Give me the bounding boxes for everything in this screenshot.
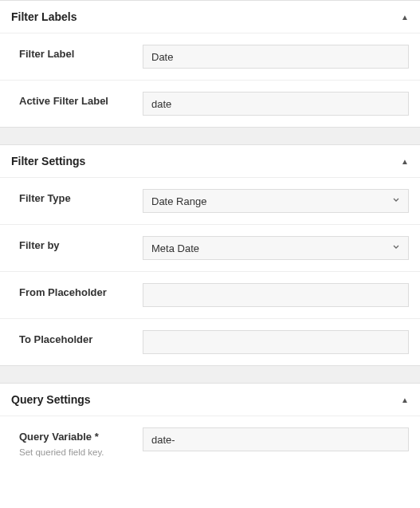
field-help-text: Set queried field key.: [19, 447, 143, 457]
filter-by-select[interactable]: Meta Date: [143, 236, 409, 260]
active-filter-label-input[interactable]: [143, 92, 409, 116]
field-row-active-filter-label: Active Filter Label: [0, 80, 420, 127]
field-label: Active Filter Label: [19, 95, 143, 107]
field-control-col: [143, 45, 409, 69]
field-row-from-placeholder: From Placeholder: [0, 271, 420, 318]
field-control-col: [143, 330, 409, 354]
select-wrap: Date Range: [143, 189, 409, 213]
from-placeholder-input[interactable]: [143, 283, 409, 307]
caret-up-icon: ▲: [401, 157, 409, 166]
field-control-col: Meta Date: [143, 236, 409, 260]
section-title: Query Settings: [11, 393, 91, 406]
select-wrap: Meta Date: [143, 236, 409, 260]
field-label: From Placeholder: [19, 286, 143, 298]
field-label: Filter Label: [19, 48, 143, 60]
field-label-col: To Placeholder: [19, 330, 143, 345]
section-filter-settings: Filter Settings ▲ Filter Type Date Range: [0, 144, 420, 365]
field-control-col: [143, 283, 409, 307]
field-label-col: Filter Type: [19, 189, 143, 204]
section-body-query-settings: Query Variable * Set queried field key.: [0, 415, 420, 468]
field-label-col: Filter by: [19, 236, 143, 251]
field-label-col: From Placeholder: [19, 283, 143, 298]
field-row-filter-by: Filter by Meta Date: [0, 224, 420, 271]
query-variable-input[interactable]: [143, 427, 409, 451]
field-label-col: Filter Label: [19, 45, 143, 60]
field-row-to-placeholder: To Placeholder: [0, 318, 420, 365]
filter-type-select[interactable]: Date Range: [143, 189, 409, 213]
field-label: Query Variable *: [19, 431, 143, 443]
field-label-col: Active Filter Label: [19, 92, 143, 107]
field-row-filter-type: Filter Type Date Range: [0, 177, 420, 224]
field-label: Filter by: [19, 239, 143, 251]
field-control-col: [143, 92, 409, 116]
section-body-filter-settings: Filter Type Date Range Filter by: [0, 177, 420, 365]
section-header-filter-labels[interactable]: Filter Labels ▲: [0, 1, 420, 33]
section-query-settings: Query Settings ▲ Query Variable * Set qu…: [0, 383, 420, 468]
field-control-col: Date Range: [143, 189, 409, 213]
section-title: Filter Settings: [11, 155, 85, 167]
field-label: Filter Type: [19, 192, 143, 204]
section-filter-labels: Filter Labels ▲ Filter Label Active Filt…: [0, 0, 420, 127]
field-row-query-variable: Query Variable * Set queried field key.: [0, 415, 420, 468]
section-separator: [0, 127, 420, 144]
section-title: Filter Labels: [11, 10, 77, 23]
section-header-filter-settings[interactable]: Filter Settings ▲: [0, 145, 420, 177]
field-label: To Placeholder: [19, 333, 143, 345]
field-label-col: Query Variable * Set queried field key.: [19, 427, 143, 457]
field-row-filter-label: Filter Label: [0, 33, 420, 80]
caret-up-icon: ▲: [401, 396, 409, 404]
filter-label-input[interactable]: [143, 45, 409, 69]
to-placeholder-input[interactable]: [143, 330, 409, 354]
section-separator: [0, 365, 420, 383]
section-header-query-settings[interactable]: Query Settings ▲: [0, 384, 420, 415]
caret-up-icon: ▲: [401, 13, 409, 22]
section-body-filter-labels: Filter Label Active Filter Label: [0, 33, 420, 127]
field-control-col: [143, 427, 409, 451]
